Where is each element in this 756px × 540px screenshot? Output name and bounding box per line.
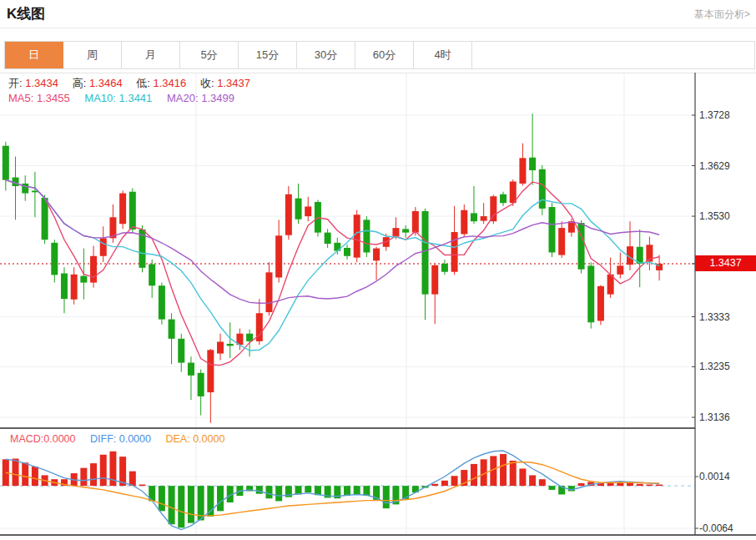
candle-body (558, 228, 565, 255)
ma5-legend: MA5: 1.3455 (8, 92, 70, 104)
candle-body (178, 339, 184, 363)
macd-bar (637, 484, 643, 486)
macd-bar (363, 486, 370, 496)
dea-legend: DEA: 0.0000 (165, 433, 224, 445)
candle-body (61, 274, 68, 300)
candle-body (285, 194, 292, 235)
candle-body (617, 265, 623, 274)
candle-body (441, 264, 448, 272)
candle-body (548, 207, 555, 252)
macd-bar (354, 486, 360, 494)
macd-bar (129, 472, 136, 486)
macd-bar (265, 486, 272, 498)
ma5-line (6, 180, 659, 366)
macd-bar (217, 486, 224, 511)
macd-legend: MACD:0.0000 (10, 433, 76, 445)
candle-body (119, 194, 126, 225)
macd-bar (256, 486, 263, 494)
macd-bar (646, 485, 653, 487)
candle-body (325, 233, 331, 244)
candle-body (354, 214, 360, 257)
ma10-legend: MA10: 1.3441 (84, 92, 152, 104)
macd-bar (519, 468, 526, 486)
candle-body (159, 285, 165, 319)
price-axis-label: 1.3235 (699, 361, 730, 372)
close-value: 1.3437 (217, 77, 250, 89)
macd-bar (275, 486, 282, 501)
macd-bar (100, 455, 107, 486)
macd-bar (169, 486, 175, 524)
high-value: 1.3464 (89, 77, 123, 89)
candle-body (227, 344, 234, 346)
open-label: 开: (8, 77, 23, 89)
ma20-legend: MA20: 1.3499 (167, 92, 234, 104)
candle-body (471, 213, 477, 221)
candle-body (392, 228, 399, 236)
candle-body (275, 235, 282, 277)
candle-body (481, 216, 487, 221)
candle-body (373, 249, 380, 261)
price-axis-label: 1.3530 (699, 210, 730, 222)
candle-body (490, 196, 496, 221)
ohlc-row: 开: 1.3434 高: 1.3464 低: 1.3416 收: 1.3437 (8, 76, 261, 91)
close-label: 收: (200, 77, 214, 89)
macd-bar (344, 486, 350, 496)
candle-body (402, 229, 409, 232)
candle-body (80, 276, 87, 283)
macd-bar (529, 475, 536, 486)
candle-body (217, 342, 224, 354)
candle-body (3, 146, 9, 180)
low-label: 低: (136, 77, 150, 89)
macd-bar (13, 459, 19, 487)
candle-body (149, 265, 155, 286)
macd-bar (188, 486, 194, 523)
macd-bar (656, 485, 663, 487)
macd-bar (80, 468, 87, 486)
candle-body (344, 248, 350, 256)
macd-legend-row: MACD:0.0000 DIFF: 0.0000 DEA: 0.0000 (10, 433, 224, 445)
candle-body (519, 158, 526, 184)
macd-bar (441, 481, 448, 486)
candle-body (188, 363, 194, 376)
candle-body (305, 206, 311, 216)
candle-body (568, 221, 575, 232)
price-axis-label: 1.3629 (699, 160, 730, 172)
open-value: 1.3434 (25, 77, 58, 89)
candle-body (42, 198, 48, 240)
macd-bar (32, 467, 38, 486)
candle-body (198, 373, 204, 396)
ma-legend-row: MA5: 1.3455 MA10: 1.3441 MA20: 1.3499 (8, 92, 234, 104)
macd-bar (207, 486, 214, 517)
candle-body (500, 194, 507, 203)
macd-bar (22, 462, 28, 486)
macd-axis-label: -0.0064 (699, 522, 733, 534)
candle-body (461, 210, 467, 235)
candle-body (412, 211, 419, 233)
macd-bar (451, 476, 458, 486)
candle-body (129, 192, 136, 230)
diff-legend: DIFF: 0.0000 (90, 433, 151, 445)
candle-body (431, 265, 438, 295)
price-axis-label: 1.3136 (699, 411, 730, 423)
candle-body (169, 320, 175, 339)
candle-body (334, 243, 340, 251)
macd-bar (305, 486, 311, 492)
macd-bar (539, 479, 546, 486)
candle-body (100, 238, 107, 255)
candle-body (539, 169, 546, 209)
macd-bar (500, 454, 507, 486)
macd-bar (139, 485, 146, 487)
kline-page: K线图 基本面分析> 日周月5分15分30分60分4时 开: 1.3434 高:… (0, 0, 756, 540)
candle-body (451, 232, 458, 272)
candle-body (207, 350, 214, 392)
candle-body (529, 158, 536, 170)
candle-body (51, 243, 58, 275)
low-value: 1.3416 (154, 77, 187, 89)
candle-body (295, 199, 302, 220)
candle-body (363, 220, 370, 252)
macd-bar (178, 486, 184, 527)
macd-bar (510, 461, 517, 486)
macd-axis-label: 0.0014 (699, 471, 730, 482)
candle-body (422, 211, 429, 295)
candle-body (578, 223, 585, 270)
